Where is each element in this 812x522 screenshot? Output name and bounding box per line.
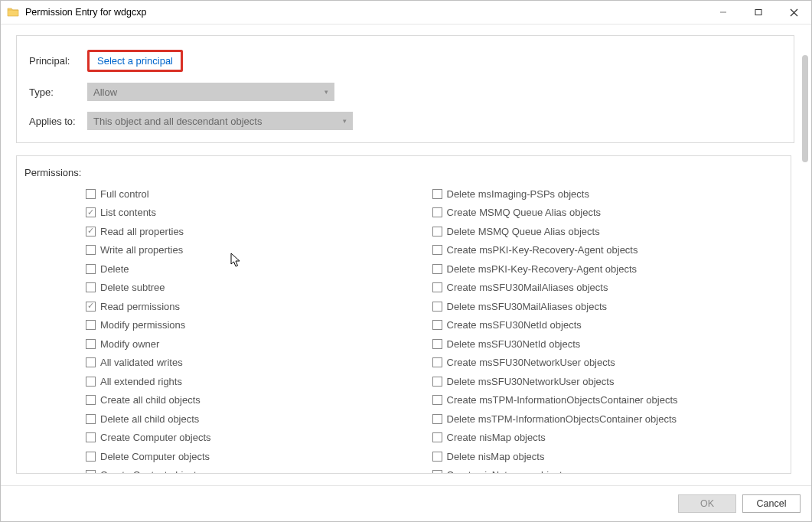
permission-checkbox[interactable] (432, 189, 442, 199)
permission-item: All validated writes (86, 354, 432, 373)
permission-label: Delete (100, 263, 129, 275)
permission-item: Delete Computer objects (86, 447, 432, 466)
permission-checkbox[interactable] (86, 452, 96, 462)
permission-checkbox[interactable] (432, 414, 442, 424)
permission-label: Create Computer objects (100, 432, 211, 443)
titlebar: Permission Entry for wdgcxp (1, 1, 811, 24)
permissions-panel: Permissions: Full controlList contentsRe… (16, 155, 791, 474)
permission-label: Create msSFU30NetId objects (447, 319, 582, 331)
permission-label: Modify owner (100, 338, 159, 350)
permission-checkbox[interactable] (86, 357, 96, 367)
permission-checkbox[interactable] (86, 470, 96, 474)
permission-checkbox[interactable] (432, 470, 442, 474)
permissions-label: Permissions: (24, 167, 778, 178)
permission-checkbox[interactable] (432, 207, 442, 217)
type-dropdown[interactable]: Allow ▾ (87, 83, 334, 101)
permission-checkbox[interactable] (86, 395, 96, 405)
permission-label: Full control (100, 188, 149, 200)
permission-label: Create msTPM-InformationObjectsContainer… (447, 394, 678, 406)
permission-checkbox[interactable] (86, 207, 96, 217)
permission-checkbox[interactable] (86, 414, 96, 424)
permission-item: Create all child objects (86, 391, 432, 410)
permission-checkbox[interactable] (86, 189, 96, 199)
permission-label: All validated writes (100, 357, 183, 368)
header-panel: Principal: Select a principal Type: Allo… (16, 35, 794, 143)
permission-checkbox[interactable] (86, 377, 96, 387)
permission-label: Create msSFU30MailAliases objects (447, 282, 608, 293)
permission-item: Write all properties (86, 241, 432, 260)
minimize-button[interactable] (706, 1, 741, 24)
permission-checkbox[interactable] (432, 452, 442, 462)
permission-label: Modify permissions (100, 319, 185, 331)
permission-item: Delete msSFU30NetworkUser objects (432, 372, 779, 391)
permission-item: Read permissions (86, 297, 432, 316)
permission-label: Delete msSFU30MailAliases objects (447, 301, 608, 312)
permission-checkbox[interactable] (86, 227, 96, 237)
principal-label: Principal: (29, 55, 87, 67)
permission-item: Delete msSFU30MailAliases objects (432, 297, 779, 316)
permission-item: Create nisMap objects (432, 429, 779, 448)
permission-checkbox[interactable] (432, 339, 442, 349)
permission-label: Read permissions (100, 301, 180, 312)
permission-item: Modify permissions (86, 316, 432, 335)
permission-label: Create msSFU30NetworkUser objects (447, 357, 615, 368)
permission-label: Create nisNetgroup objects (447, 469, 568, 474)
permission-checkbox[interactable] (432, 282, 442, 292)
permission-item: Read all properties (86, 222, 432, 241)
cancel-button[interactable]: Cancel (742, 494, 801, 513)
permission-item: Delete (86, 259, 432, 279)
permission-checkbox[interactable] (432, 245, 442, 255)
applies-to-label: Applies to: (29, 116, 87, 127)
permission-checkbox[interactable] (86, 245, 96, 255)
permission-checkbox[interactable] (86, 302, 96, 312)
permission-checkbox[interactable] (86, 432, 96, 442)
permission-label: Create all child objects (100, 394, 201, 406)
close-button[interactable] (776, 1, 811, 24)
scrollbar-thumb[interactable] (802, 55, 808, 162)
permission-checkbox[interactable] (432, 227, 442, 237)
dialog-content: Principal: Select a principal Type: Allo… (1, 24, 811, 485)
window-controls (706, 1, 811, 24)
svg-rect-1 (755, 10, 761, 15)
permission-checkbox[interactable] (432, 377, 442, 387)
permission-label: Delete msTPM-InformationObjectsContainer… (447, 413, 677, 425)
type-dropdown-value: Allow (93, 86, 117, 98)
permission-checkbox[interactable] (86, 339, 96, 349)
permission-checkbox[interactable] (432, 302, 442, 312)
permission-checkbox[interactable] (86, 264, 96, 274)
permission-item: Modify owner (86, 334, 432, 354)
select-principal-link[interactable]: Select a principal (87, 50, 183, 72)
ok-button[interactable]: OK (678, 494, 736, 513)
applies-to-dropdown[interactable]: This object and all descendant objects ▾ (87, 112, 353, 130)
permission-item: Create msSFU30NetId objects (432, 316, 779, 335)
permission-label: Delete msSFU30NetworkUser objects (447, 376, 615, 387)
permission-item: Create msSFU30MailAliases objects (432, 279, 779, 298)
maximize-button[interactable] (741, 1, 776, 24)
permissions-column-right: Delete msImaging-PSPs objectsCreate MSMQ… (432, 184, 779, 474)
permission-item: List contents (86, 204, 432, 223)
applies-to-dropdown-value: This object and all descendant objects (93, 116, 262, 127)
chevron-down-icon: ▾ (343, 117, 347, 125)
permission-checkbox[interactable] (432, 264, 442, 274)
permission-item: Create Contact objects (86, 466, 432, 475)
permission-item: Create msSFU30NetworkUser objects (432, 354, 779, 373)
permission-checkbox[interactable] (432, 357, 442, 367)
permission-checkbox[interactable] (432, 395, 442, 405)
permissions-column-left: Full controlList contentsRead all proper… (86, 184, 432, 474)
permission-label: Delete msImaging-PSPs objects (447, 188, 589, 200)
chevron-down-icon: ▾ (324, 88, 328, 96)
permission-label: Delete msSFU30NetId objects (447, 338, 581, 350)
permission-item: Delete all child objects (86, 409, 432, 429)
permission-item: Delete MSMQ Queue Alias objects (432, 222, 779, 241)
permission-item: Create msTPM-InformationObjectsContainer… (432, 391, 779, 410)
type-label: Type: (29, 86, 87, 98)
permission-label: Create Contact objects (100, 469, 201, 474)
permission-item: Full control (86, 184, 432, 204)
permission-checkbox[interactable] (86, 320, 96, 330)
permission-checkbox[interactable] (432, 320, 442, 330)
permission-checkbox[interactable] (432, 432, 442, 442)
permission-checkbox[interactable] (86, 282, 96, 292)
permission-label: Delete msPKI-Key-Recovery-Agent objects (447, 263, 638, 275)
permission-item: Create msPKI-Key-Recovery-Agent objects (432, 241, 779, 260)
permission-item: Delete msPKI-Key-Recovery-Agent objects (432, 259, 779, 279)
